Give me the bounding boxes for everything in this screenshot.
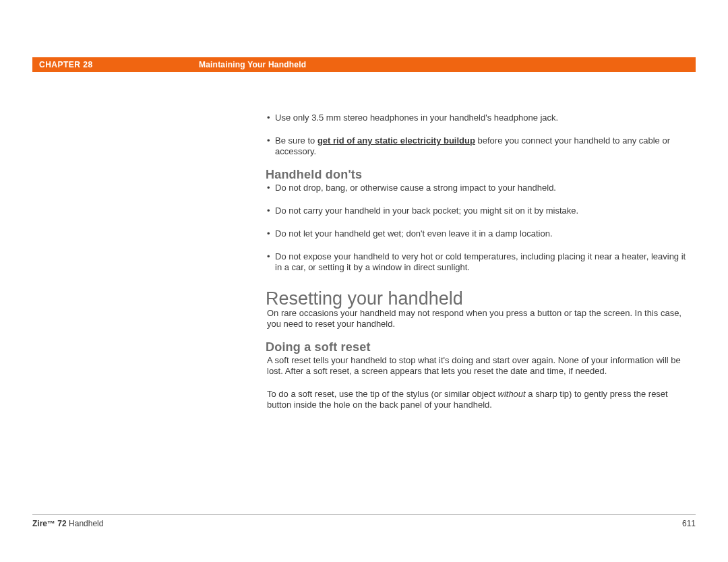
tips-list: Use only 3.5 mm stereo headphones in you… bbox=[267, 113, 694, 157]
page-number: 611 bbox=[682, 519, 696, 528]
body-text: On rare occasions your handheld may not … bbox=[267, 308, 694, 330]
list-item: Do not drop, bang, or otherwise cause a … bbox=[267, 183, 694, 193]
page-footer: Zire™ 72 Handheld 611 bbox=[32, 514, 696, 528]
list-item: Use only 3.5 mm stereo headphones in you… bbox=[267, 113, 694, 123]
body-text: To do a soft reset, use the tip of the s… bbox=[267, 389, 694, 410]
body-text: A soft reset tells your handheld to stop… bbox=[267, 355, 694, 377]
list-item: Do not let your handheld get wet; don't … bbox=[267, 228, 694, 239]
donts-list: Do not drop, bang, or otherwise cause a … bbox=[267, 183, 694, 273]
body-text: Use only 3.5 mm stereo headphones in you… bbox=[275, 113, 558, 123]
product-name: Zire™ 72 Handheld bbox=[32, 519, 103, 528]
body-text: To do a soft reset, use the tip of the s… bbox=[267, 389, 498, 399]
handheld-donts-heading: Handheld don'ts bbox=[266, 169, 694, 180]
chapter-header: CHAPTER 28 Maintaining Your Handheld bbox=[32, 57, 696, 72]
product-name-bold: Zire™ 72 bbox=[32, 519, 67, 528]
list-item: Do not carry your handheld in your back … bbox=[267, 206, 694, 216]
product-name-rest: Handheld bbox=[67, 519, 104, 528]
body-text: Be sure to bbox=[275, 135, 317, 146]
resetting-heading: Resetting your handheld bbox=[266, 293, 694, 304]
soft-reset-heading: Doing a soft reset bbox=[266, 342, 694, 352]
body-text: without bbox=[498, 389, 526, 399]
chapter-title: Maintaining Your Handheld bbox=[199, 60, 306, 69]
list-item: Be sure to get rid of any static electri… bbox=[267, 135, 694, 157]
chapter-number: CHAPTER 28 bbox=[32, 60, 199, 69]
list-item: Do not expose your handheld to very hot … bbox=[267, 251, 694, 273]
static-electricity-link[interactable]: get rid of any static electricity buildu… bbox=[317, 135, 475, 146]
page-body: Use only 3.5 mm stereo headphones in you… bbox=[267, 72, 694, 410]
